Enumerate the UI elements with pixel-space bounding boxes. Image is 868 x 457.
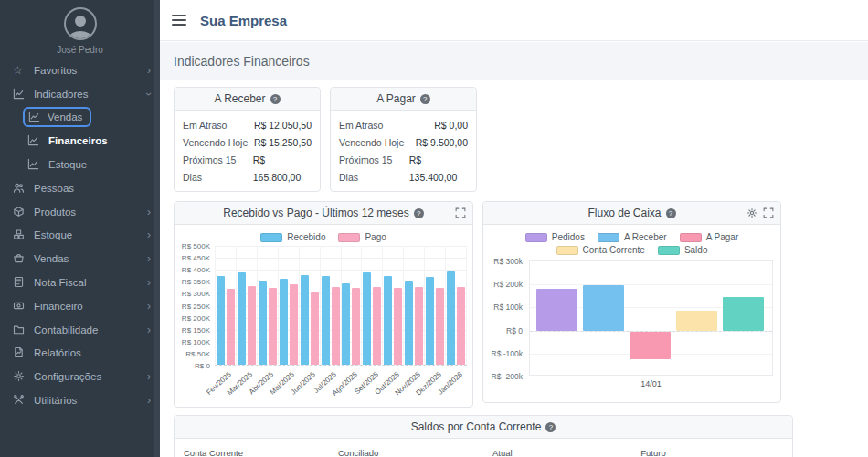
summary-label: Vencendo Hoje	[183, 134, 248, 152]
sidebar-item-financeiro[interactable]: Financeiro›	[0, 294, 160, 318]
card-a-receber-body: Em Atraso R$ 12.050,50 Vencendo Hoje R$ …	[175, 111, 320, 191]
legend-label: A Receber	[624, 232, 667, 242]
bar-recebido-Abr/2025[interactable]	[259, 281, 267, 365]
bar-conta-corrente[interactable]	[676, 311, 717, 330]
chart2-plot	[529, 260, 773, 376]
col-conta-corrente: Conta Corrente	[175, 444, 329, 457]
sidebar-item-estoque[interactable]: Estoque›	[0, 224, 160, 248]
sidebar-item-relatorios[interactable]: Relatórios	[0, 342, 160, 366]
focused-item-box: Vendas	[23, 107, 91, 127]
sidebar-item-label: Financeiros	[48, 135, 108, 146]
sidebar-item-vendas[interactable]: Vendas›	[0, 247, 160, 271]
sidebar-item-nota-fiscal[interactable]: Nota Fiscal›	[0, 271, 160, 294]
bar-pago-Jun/2025[interactable]	[311, 292, 319, 365]
bar-pago-Abr/2025[interactable]	[269, 288, 277, 365]
legend-item-saldo[interactable]: Saldo	[658, 245, 708, 255]
legend-swatch	[556, 246, 578, 255]
y-axis-tick: R$ 0	[506, 326, 523, 335]
users-icon	[13, 182, 26, 195]
user-profile[interactable]: José Pedro	[0, 0, 160, 53]
sidebar-item-indicadores[interactable]: Indicadores›	[0, 82, 160, 106]
bar-pago-Set/2025[interactable]	[373, 287, 381, 365]
sidebar-item-favoritos[interactable]: ☆Favoritos›	[0, 58, 160, 82]
fullscreen-icon[interactable]	[763, 207, 774, 218]
legend-item-pago[interactable]: Pago	[338, 232, 386, 242]
legend-item-a-pagar[interactable]: A Pagar	[680, 232, 739, 242]
help-icon[interactable]: ?	[545, 422, 556, 432]
help-icon[interactable]: ?	[414, 208, 424, 218]
bar-pago-Fev/2025[interactable]	[227, 289, 235, 365]
summary-value: R$ 135.400,00	[409, 152, 468, 186]
bar-pago-Jan/2026[interactable]	[457, 287, 465, 365]
bar-pago-Ago/2025[interactable]	[352, 288, 360, 365]
summary-line: Vencendo Hoje R$ 9.500,00	[339, 134, 468, 152]
bar-recebido-Mai/2025[interactable]	[280, 279, 288, 365]
bar-recebido-Set/2025[interactable]	[363, 272, 371, 365]
card-saldos-conta-corrente: Saldos por Conta Corrente ? Conta Corren…	[174, 415, 793, 457]
line-chart-icon	[28, 111, 41, 123]
sidebar-item-configuracoes[interactable]: Configurações›	[0, 365, 160, 388]
y-axis-tick: R$ 200k	[493, 280, 523, 289]
y-axis-tick: R$ 300k	[493, 257, 523, 266]
bar-recebido-Ago/2025[interactable]	[342, 283, 350, 365]
bar-recebido-Fev/2025[interactable]	[217, 276, 225, 365]
summary-line: Próximos 15 Dias R$ 165.800,00	[183, 152, 312, 186]
summary-line: Em Atraso R$ 0,00	[339, 117, 468, 134]
sidebar-item-produtos[interactable]: Produtos›	[0, 200, 160, 224]
bar-recebido-Mar/2025[interactable]	[238, 272, 246, 365]
page-title: Indicadores Financeiros	[174, 54, 310, 69]
bar-pago-Out/2025[interactable]	[394, 288, 402, 365]
fullscreen-icon[interactable]	[455, 207, 466, 218]
chart1-x-axis: Fev/2025Mar/2025Abr/2025Mai/2025Jun/2025…	[215, 367, 467, 402]
legend-item-recebido[interactable]: Recebido	[260, 232, 325, 242]
legend-item-a-receber[interactable]: A Receber	[598, 232, 667, 242]
summary-value: R$ 12.050,50	[254, 117, 312, 134]
sidebar-item-financeiros-sub[interactable]: Financeiros	[0, 129, 160, 153]
bar-recebido-Jul/2025[interactable]	[322, 276, 330, 365]
legend-item-conta-corrente[interactable]: Conta Corrente	[556, 245, 645, 255]
help-icon[interactable]: ?	[420, 94, 430, 104]
bar-saldo[interactable]	[723, 297, 764, 331]
bar-pedidos[interactable]	[536, 289, 577, 330]
help-icon[interactable]: ?	[666, 208, 676, 218]
bar-recebido-Nov/2025[interactable]	[405, 281, 413, 365]
summary-value: R$ 9.500,00	[416, 134, 468, 152]
sidebar-item-estoque-sub[interactable]: Estoque	[0, 153, 160, 176]
legend-label: Pago	[365, 232, 386, 242]
settings-gear-icon[interactable]	[746, 207, 757, 218]
y-axis-tick: R$ 450K	[182, 254, 210, 262]
bar-recebido-Dez/2025[interactable]	[426, 277, 434, 365]
app-root: José Pedro ☆Favoritos›Indicadores›Vendas…	[0, 0, 868, 457]
sidebar-nav: ☆Favoritos›Indicadores›VendasFinanceiros…	[0, 58, 160, 412]
help-icon[interactable]: ?	[270, 94, 281, 104]
sidebar-item-contabilidade[interactable]: Contabilidade›	[0, 318, 160, 342]
brand-title[interactable]: Sua Empresa	[200, 13, 287, 28]
tools-icon	[13, 394, 26, 407]
y-axis-tick: R$ 500K	[182, 242, 210, 250]
menu-toggle-icon[interactable]	[172, 12, 186, 28]
card-a-receber: A Receber ? Em Atraso R$ 12.050,50 Vence…	[174, 87, 321, 192]
sidebar-item-vendas-sub[interactable]: Vendas	[0, 106, 160, 130]
main-content: A Receber ? Em Atraso R$ 12.050,50 Vence…	[160, 80, 868, 457]
bar-pago-Mar/2025[interactable]	[248, 286, 256, 365]
sidebar-item-pessoas[interactable]: Pessoas	[0, 176, 160, 200]
bar-pago-Mai/2025[interactable]	[290, 284, 298, 365]
box-icon	[13, 206, 26, 218]
bar-pago-Nov/2025[interactable]	[415, 287, 423, 365]
bar-group-Out/2025	[383, 246, 404, 365]
y-axis-tick: R$ 200K	[182, 314, 210, 323]
bar-pago-Jul/2025[interactable]	[332, 287, 340, 365]
sidebar-item-utilitarios[interactable]: Utilitários›	[0, 388, 160, 412]
bar-a-receber[interactable]	[583, 285, 624, 330]
legend-swatch	[658, 246, 680, 255]
sidebar-item-label: Estoque	[48, 159, 87, 170]
bar-pago-Dez/2025[interactable]	[436, 288, 444, 365]
bar-recebido-Jan/2026[interactable]	[447, 271, 455, 365]
legend-swatch	[338, 233, 360, 242]
summary-label: Vencendo Hoje	[339, 134, 404, 152]
bar-recebido-Out/2025[interactable]	[384, 276, 392, 365]
bar-recebido-Jun/2025[interactable]	[301, 275, 309, 365]
legend-item-pedidos[interactable]: Pedidos	[525, 232, 585, 242]
bar-a-pagar[interactable]	[630, 332, 671, 359]
folder-icon	[13, 324, 26, 336]
